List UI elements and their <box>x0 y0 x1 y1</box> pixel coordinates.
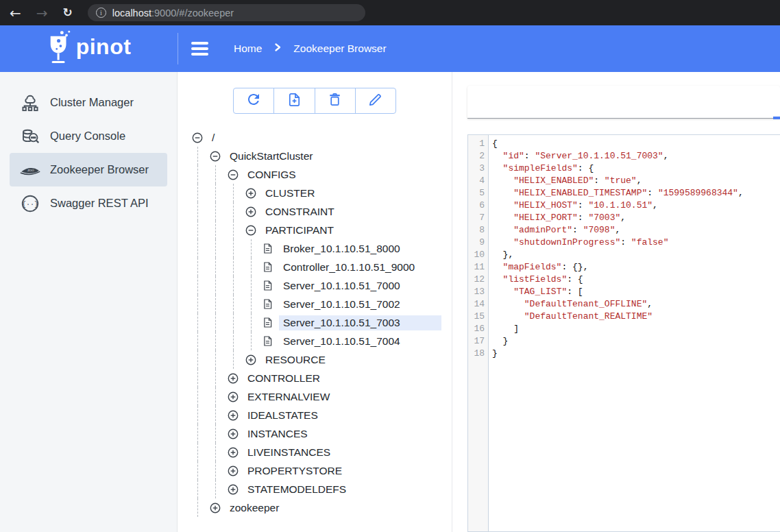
tree-node-resource[interactable]: RESOURCE <box>178 350 452 369</box>
zookeeper-tree: /QuickStartClusterCONFIGSCLUSTERCONSTRAI… <box>178 128 452 517</box>
plus-circle-icon[interactable] <box>228 410 239 421</box>
tree-node-controller[interactable]: CONTROLLER <box>178 369 452 387</box>
tree-node-server-10-1-10-51-7004[interactable]: Server_10.1.10.51_7004 <box>178 332 452 350</box>
line-number: 9 <box>468 237 488 249</box>
plus-circle-icon[interactable] <box>245 188 256 199</box>
tree-node-idealstates[interactable]: IDEALSTATES <box>178 406 452 424</box>
line-number: 1 <box>468 138 488 150</box>
menu-icon[interactable] <box>191 42 208 55</box>
plus-circle-icon[interactable] <box>245 354 256 365</box>
plus-circle-icon[interactable] <box>245 206 256 217</box>
tree-guide-line <box>197 313 215 332</box>
sidebar-item-query-console[interactable]: Query Console <box>10 119 167 153</box>
tree-node-label[interactable]: CONSTRAINT <box>261 204 339 219</box>
minus-circle-icon[interactable] <box>245 225 256 236</box>
tree-node-externalview[interactable]: EXTERNALVIEW <box>178 387 452 406</box>
tree-guide-line <box>197 239 215 258</box>
tree-guide-line <box>197 406 215 424</box>
tree-node-label[interactable]: CONFIGS <box>243 167 300 182</box>
tree-node-constraint[interactable]: CONSTRAINT <box>178 202 452 221</box>
tree-node-server-10-1-10-51-7002[interactable]: Server_10.1.10.51_7002 <box>178 295 452 313</box>
zookeeper-icon: ZOO <box>19 160 41 180</box>
sidebar-item-swagger-rest-api[interactable]: {··}Swagger REST API <box>10 186 167 220</box>
line-number: 12 <box>468 274 488 286</box>
tree-node-propertystore[interactable]: PROPERTYSTORE <box>178 461 452 480</box>
tree-node-label[interactable]: zookeeper <box>226 500 283 516</box>
tree-node-broker-10-1-10-51-8000[interactable]: Broker_10.1.10.51_8000 <box>178 239 452 258</box>
tree-node-label[interactable]: CLUSTER <box>261 186 319 201</box>
tree-node-label[interactable]: CONTROLLER <box>243 371 324 386</box>
breadcrumb-home[interactable]: Home <box>234 43 262 55</box>
tree-node-label[interactable]: IDEALSTATES <box>243 408 322 423</box>
tree-guide-line <box>197 387 215 406</box>
plus-circle-icon[interactable] <box>228 373 239 384</box>
tree-node-label[interactable]: Broker_10.1.10.51_8000 <box>279 241 404 256</box>
tree-node-label[interactable]: Server_10.1.10.51_7002 <box>279 297 404 312</box>
tree-guide-line <box>197 369 215 387</box>
tree-node-controller-10-1-10-51-9000[interactable]: Controller_10.1.10.51_9000 <box>178 258 452 276</box>
address-bar[interactable]: i localhost:9000/#/zookeeper <box>88 4 365 21</box>
tree-node-label[interactable]: Controller_10.1.10.51_9000 <box>279 260 419 275</box>
editor-gutter: 123456789101112131415161718 <box>468 135 489 531</box>
line-number: 18 <box>468 348 488 360</box>
minus-circle-icon[interactable] <box>192 132 203 143</box>
tree-node-label[interactable]: EXTERNALVIEW <box>243 389 334 404</box>
tree-guide-line <box>197 295 215 313</box>
tree-node-label[interactable]: QuickStartCluster <box>226 149 317 164</box>
tree-node-instances[interactable]: INSTANCES <box>178 424 452 443</box>
minus-circle-icon[interactable] <box>210 151 221 162</box>
tree-node-label[interactable]: STATEMODELDEFS <box>243 482 350 497</box>
tree-node-configs[interactable]: CONFIGS <box>178 165 452 184</box>
line-number: 10 <box>468 249 488 261</box>
tree-node-label[interactable]: LIVEINSTANCES <box>243 445 334 460</box>
plus-circle-icon[interactable] <box>228 466 239 476</box>
minus-circle-icon[interactable] <box>228 169 239 180</box>
plus-circle-icon[interactable] <box>228 447 239 458</box>
logo-text: pinot <box>76 29 132 64</box>
tree-node-participant[interactable]: PARTICIPANT <box>178 221 452 239</box>
code-line: "TAG_LIST": [ <box>492 286 780 298</box>
line-number: 2 <box>468 150 488 162</box>
tree-node-label[interactable]: Server_10.1.10.51_7000 <box>279 278 404 293</box>
swagger-icon: {··} <box>19 193 41 214</box>
tree-node-[interactable]: / <box>178 128 452 147</box>
tree-node-statemodeldefs[interactable]: STATEMODELDEFS <box>178 480 452 498</box>
code-line: "HELIX_ENABLED": "true", <box>492 175 780 187</box>
tree-node-label[interactable]: RESOURCE <box>261 352 330 367</box>
delete-node-button[interactable] <box>315 88 356 113</box>
tree-node-quickstartcluster[interactable]: QuickStartCluster <box>178 147 452 165</box>
back-icon[interactable]: ← <box>10 6 21 20</box>
tree-guide-line <box>215 258 233 276</box>
breadcrumb-current: Zookeeper Browser <box>293 43 386 55</box>
tree-node-label[interactable]: Server_10.1.10.51_7004 <box>279 334 404 349</box>
code-line: "adminPort": "7098", <box>492 224 780 237</box>
tree-node-label[interactable]: / <box>208 130 219 145</box>
detail-tabs-card[interactable] <box>467 86 780 119</box>
tree-node-label[interactable]: INSTANCES <box>243 426 312 442</box>
tree-node-server-10-1-10-51-7000[interactable]: Server_10.1.10.51_7000 <box>178 276 452 295</box>
tree-node-liveinstances[interactable]: LIVEINSTANCES <box>178 443 452 461</box>
tree-guide-line <box>215 221 233 239</box>
tree-node-cluster[interactable]: CLUSTER <box>178 184 452 202</box>
json-editor[interactable]: 123456789101112131415161718 { "id": "Ser… <box>467 134 780 532</box>
sidebar-item-zookeeper-browser[interactable]: ZOOZookeeper Browser <box>10 153 167 186</box>
tree-node-label[interactable]: PROPERTYSTORE <box>243 463 346 479</box>
forward-icon[interactable]: → <box>36 6 48 20</box>
edit-node-button[interactable] <box>356 88 395 113</box>
plus-circle-icon[interactable] <box>210 503 221 513</box>
node-detail-panel: 123456789101112131415161718 { "id": "Ser… <box>452 72 780 532</box>
site-info-icon[interactable]: i <box>96 8 106 18</box>
sidebar-item-cluster-manager[interactable]: Cluster Manager <box>10 86 167 119</box>
plus-circle-icon[interactable] <box>228 484 239 495</box>
add-node-button[interactable] <box>274 88 315 113</box>
line-number: 11 <box>468 261 488 274</box>
refresh-button[interactable] <box>234 88 274 113</box>
tree-node-label[interactable]: Server_10.1.10.51_7003 <box>279 315 441 330</box>
plus-circle-icon[interactable] <box>228 428 239 439</box>
plus-circle-icon[interactable] <box>228 391 239 402</box>
reload-icon[interactable]: ↻ <box>63 7 73 19</box>
tree-node-server-10-1-10-51-7003[interactable]: Server_10.1.10.51_7003 <box>178 313 452 332</box>
tree-node-zookeeper[interactable]: zookeeper <box>178 498 452 517</box>
tree-node-label[interactable]: PARTICIPANT <box>261 223 338 238</box>
pinot-logo[interactable]: pinot <box>0 29 178 68</box>
